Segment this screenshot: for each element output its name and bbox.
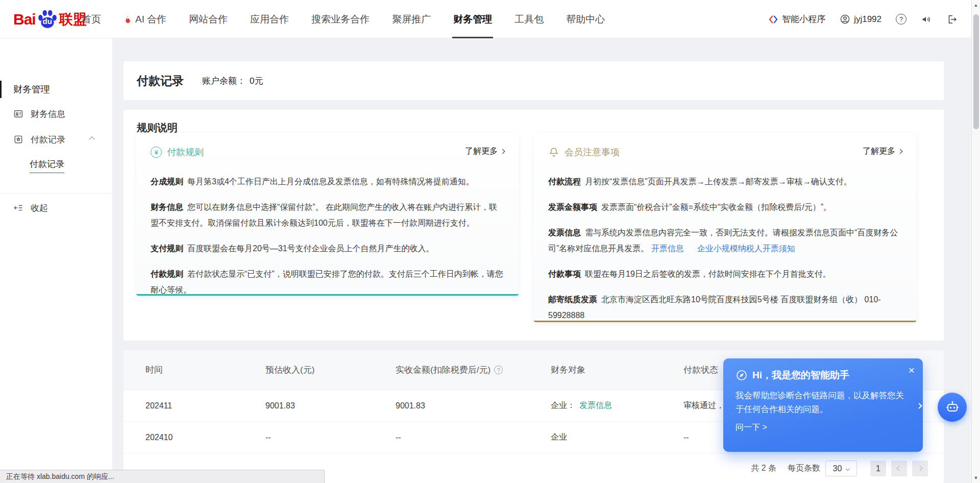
rule-paragraph: 财务信息您可以在财务信息中选择“保留付款”。 在此期间您产生的收入将在账户内进行…: [151, 199, 505, 231]
sidebar-subitem-payment-records[interactable]: 付款记录: [30, 158, 64, 173]
prev-page-button[interactable]: [891, 461, 907, 476]
rule-label: 发票信息: [548, 228, 581, 237]
learn-more-label: 了解更多: [465, 146, 498, 157]
sidebar-item-label: 付款记录: [31, 134, 65, 146]
rules-section: 规则说明 ¥ 付款规则 了解更多 分成规则每月第3或4个工作日产出上月分成信息及…: [124, 110, 944, 341]
sidebar-subitem-label: 付款记录: [30, 158, 64, 170]
user-icon: [840, 14, 850, 25]
rule-label: 财务信息: [151, 203, 183, 211]
scroll-up-arrow[interactable]: ▲: [972, 3, 980, 8]
ask-now-link[interactable]: 问一下 >: [736, 422, 767, 433]
column-header-actual-amount: 实收金额(扣除税费后/元) ?: [396, 364, 551, 376]
member-notes-card-title: 会员注意事项: [565, 146, 620, 158]
cell-actual: 9001.83: [396, 401, 551, 410]
total-count: 共 2 条: [751, 463, 776, 474]
rule-label: 付款流程: [548, 177, 581, 186]
assistant-header: Hi，我是您的智能助手: [736, 369, 911, 382]
top-navbar: Bai du 联盟 首页 A: [0, 0, 980, 38]
column-header-label: 实收金额(扣除税费后/元): [396, 364, 491, 376]
per-page-select[interactable]: 30: [825, 461, 857, 476]
cell-finance-object: 企业: [551, 432, 683, 443]
popup-collapse-arrow[interactable]: [917, 401, 921, 410]
chevron-up-icon[interactable]: [89, 136, 94, 142]
nav-search-cooperation[interactable]: 搜索业务合作: [311, 0, 370, 38]
miniprogram-diamond-icon: [768, 14, 778, 25]
pagination: 共 2 条 每页条数 30 1: [751, 461, 928, 476]
rule-paragraph: 付款规则若付款状态显示“已支付”，说明联盟已安排了您的付款。支付后三个工作日内到…: [151, 266, 505, 298]
sidebar-title-label: 财务管理: [13, 83, 50, 95]
nav-right-actions: 智能小程序 jyj1992 ?: [768, 0, 958, 38]
smart-miniprogram-link[interactable]: 智能小程序: [768, 13, 825, 25]
scrollbar-thumb[interactable]: [973, 14, 979, 129]
sidebar-collapse-button[interactable]: 收起: [0, 198, 112, 218]
rule-text: 发票票面“价税合计”金额=系统中“实收金额（扣除税费后/元）”。: [601, 203, 831, 211]
sidebar-item-label: 财务信息: [31, 108, 65, 120]
logout-icon[interactable]: [946, 14, 958, 25]
scroll-down-arrow[interactable]: ▼: [972, 475, 980, 480]
bell-icon: [548, 147, 559, 158]
nav-toolkit[interactable]: 工具包: [514, 0, 544, 38]
sidebar-item-finance-info[interactable]: 财务信息: [0, 104, 112, 124]
nav-finance-management[interactable]: 财务管理: [453, 0, 492, 38]
baidu-paw-icon: du: [37, 9, 58, 30]
flame-icon: [124, 14, 132, 25]
rule-text: 联盟在每月19日之后签收的发票，付款时间安排在下个月首批支付。: [585, 270, 831, 278]
scrollbar[interactable]: ▲ ▼: [971, 0, 980, 483]
nav-help-center[interactable]: 帮助中心: [566, 0, 605, 38]
collapse-label: 收起: [31, 202, 48, 214]
nav-screen-promotion[interactable]: 聚屏推广: [392, 0, 431, 38]
help-icon[interactable]: ?: [896, 14, 906, 25]
rule-paragraph: 发票金额事项发票票面“价税合计”金额=系统中“实收金额（扣除税费后/元）”。: [548, 199, 903, 215]
column-header-finance-object: 财务对象: [551, 364, 683, 376]
coin-icon: ¥: [151, 147, 162, 158]
next-page-button[interactable]: [912, 461, 928, 476]
per-page-label: 每页条数: [788, 463, 820, 474]
rule-text: 百度联盟会在每月20号—31号支付企业会员上个自然月产生的收入。: [187, 244, 434, 253]
page-number-button[interactable]: 1: [870, 461, 886, 476]
badge-icon: [13, 134, 23, 144]
nav-ai-label: AI 合作: [135, 13, 166, 26]
finance-object-label: 企业：: [551, 401, 575, 409]
assistant-body: 我会帮助您诊断合作链路问题，以及解答您关于任何合作相关的问题。: [736, 389, 907, 416]
cell-estimated: --: [265, 433, 396, 442]
close-icon[interactable]: ×: [909, 365, 915, 375]
rule-paragraph: 支付规则百度联盟会在每月20号—31号支付企业会员上个自然月产生的收入。: [151, 240, 505, 256]
miniprogram-label: 智能小程序: [782, 13, 825, 25]
learn-more-link[interactable]: 了解更多: [465, 146, 504, 157]
sidebar-item-payment-records[interactable]: 付款记录: [0, 129, 112, 150]
rule-label: 付款事项: [548, 270, 581, 278]
payment-rules-card-title: 付款规则: [167, 146, 204, 158]
rule-paragraph: 分成规则每月第3或4个工作日产出上月分成信息及发票信息，如有特殊情况将提前通知。: [151, 174, 505, 189]
sidebar-active-marker: [0, 81, 2, 98]
learn-more-link[interactable]: 了解更多: [863, 146, 902, 157]
cell-time: 202410: [145, 433, 265, 442]
nav-ai-cooperation[interactable]: AI 合作: [124, 0, 166, 38]
per-page-value: 30: [833, 464, 842, 473]
cell-time: 202411: [145, 401, 265, 410]
sound-icon[interactable]: [921, 14, 932, 25]
baidu-union-logo[interactable]: Bai du 联盟: [13, 0, 87, 38]
invoice-info-table-link[interactable]: 发票信息: [579, 401, 612, 409]
rule-paragraph: 发票信息需与系统内发票信息内容完全一致，否则无法支付。请根据发票信息页面中“百度…: [548, 225, 903, 256]
invoice-info-link[interactable]: 开票信息: [651, 244, 684, 253]
rule-label: 发票金额事项: [548, 203, 597, 211]
rule-text: 北京市海淀区西北旺东路10号院百度科技园5号楼 百度联盟财务组（收） 010-5…: [548, 295, 881, 320]
small-taxpayer-notice-link[interactable]: 企业小规模纳税人开票须知: [697, 244, 795, 253]
nav-app-cooperation[interactable]: 应用合作: [250, 0, 289, 38]
sidebar-divider: [0, 193, 112, 194]
chevron-right-icon: [500, 149, 505, 154]
account-balance: 账户余额：0元: [202, 75, 263, 87]
assistant-compass-icon: [736, 369, 748, 381]
info-icon[interactable]: ?: [494, 366, 503, 374]
logo-text-bai: Bai: [13, 11, 36, 28]
rule-text: 您可以在财务信息中选择“保留付款”。 在此期间您产生的收入将在账户内进行累计，联…: [151, 203, 497, 227]
rule-text: 月初按“发票信息”页面开具发票→上传发票→邮寄发票→审核→确认支付。: [585, 177, 852, 186]
rule-paragraph: 邮寄纸质发票北京市海淀区西北旺东路10号院百度科技园5号楼 百度联盟财务组（收）…: [548, 292, 903, 323]
assistant-robot-button[interactable]: [938, 393, 967, 422]
column-header-estimated-income: 预估收入(元): [265, 364, 396, 376]
nav-home[interactable]: 首页: [82, 0, 101, 38]
payment-rules-card: ¥ 付款规则 了解更多 分成规则每月第3或4个工作日产出上月分成信息及发票信息，…: [136, 133, 519, 296]
rule-paragraph: 付款流程月初按“发票信息”页面开具发票→上传发票→邮寄发票→审核→确认支付。: [548, 174, 903, 189]
user-account[interactable]: jyj1992: [840, 14, 881, 25]
nav-website-cooperation[interactable]: 网站合作: [189, 0, 228, 38]
